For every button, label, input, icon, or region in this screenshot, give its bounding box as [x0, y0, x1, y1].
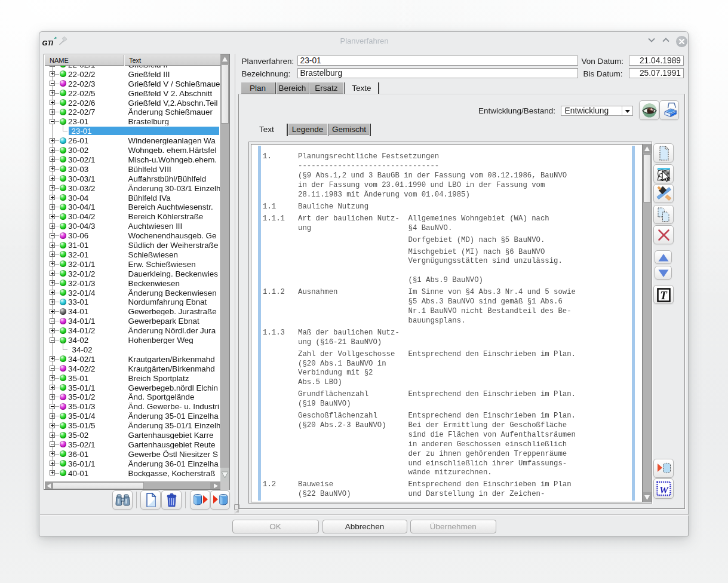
svg-text:W: W	[659, 484, 669, 496]
svg-text:T: T	[660, 289, 668, 302]
